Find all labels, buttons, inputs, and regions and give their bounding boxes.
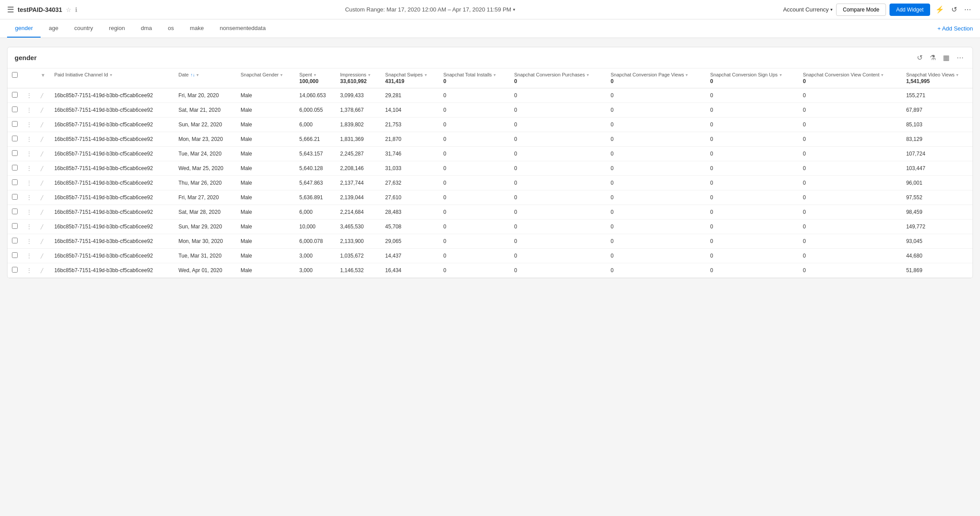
tab-nonsementeddata[interactable]: nonsementeddata (212, 19, 274, 38)
tab-region[interactable]: region (101, 19, 133, 38)
cell-total_installs: 0 (439, 118, 509, 132)
row-checkbox[interactable] (8, 103, 22, 118)
row-dots-menu[interactable]: ⋮ (22, 234, 36, 249)
row-checkbox[interactable] (8, 161, 22, 176)
row-dots-menu[interactable]: ⋮ (22, 132, 36, 147)
date-range-selector[interactable]: Custom Range: Mar 17, 2020 12:00 AM – Ap… (345, 6, 516, 13)
row-dots-menu[interactable]: ⋮ (22, 103, 36, 118)
cell-conv_view_content: 0 (799, 147, 902, 161)
col-filter-channel_id[interactable]: ▾ (110, 72, 112, 77)
row-dots-menu[interactable]: ⋮ (22, 118, 36, 132)
add-section-button[interactable]: + Add Section (937, 20, 973, 37)
cell-conv_sign_ups: 0 (706, 103, 799, 118)
row-icon: ╱ (36, 176, 50, 190)
tab-age[interactable]: age (41, 19, 66, 38)
col-filter-conv_page_views[interactable]: ▾ (686, 72, 688, 77)
cell-conv_page_views: 0 (606, 205, 705, 220)
row-checkbox[interactable] (8, 190, 22, 205)
widget-more-icon[interactable]: ⋯ (955, 53, 965, 63)
chevron-down-icon: ▾ (830, 7, 833, 12)
col-filter-conv_view_content[interactable]: ▾ (881, 72, 883, 77)
row-checkbox[interactable] (8, 132, 22, 147)
col-filter-spent[interactable]: ▾ (314, 72, 316, 77)
cell-video_views: 97,552 (902, 190, 972, 205)
row-checkbox[interactable] (8, 176, 22, 190)
cell-gender: Male (236, 263, 295, 278)
cell-impressions: 3,465,530 (336, 220, 381, 234)
star-icon[interactable]: ☆ (66, 6, 72, 13)
row-dots-menu[interactable]: ⋮ (22, 88, 36, 103)
cell-video_views: 103,447 (902, 161, 972, 176)
cell-spent: 5,666.21 (295, 132, 335, 147)
account-currency-selector[interactable]: Account Currency ▾ (783, 6, 833, 13)
cell-channel_id: 16bc85b7-7151-419d-b3bb-cf5cab6cee92 (50, 161, 174, 176)
row-checkbox[interactable] (8, 249, 22, 263)
table-row: ⋮╱16bc85b7-7151-419d-b3bb-cf5cab6cee92Sa… (8, 205, 972, 220)
sort-icon[interactable]: ↑↓ (190, 72, 195, 77)
widget-filter-icon[interactable]: ⚗ (928, 53, 938, 63)
cell-conv_page_views: 0 (606, 176, 705, 190)
col-filter-total_installs[interactable]: ▾ (494, 72, 496, 77)
cell-swipes: 14,104 (381, 103, 439, 118)
cell-channel_id: 16bc85b7-7151-419d-b3bb-cf5cab6cee92 (50, 147, 174, 161)
row-checkbox[interactable] (8, 118, 22, 132)
info-icon[interactable]: ℹ (75, 6, 77, 13)
cell-date: Mon, Mar 30, 2020 (174, 234, 236, 249)
row-dots-menu[interactable]: ⋮ (22, 220, 36, 234)
cell-total_installs: 0 (439, 249, 509, 263)
cell-video_views: 149,772 (902, 220, 972, 234)
cell-channel_id: 16bc85b7-7151-419d-b3bb-cf5cab6cee92 (50, 220, 174, 234)
table-row: ⋮╱16bc85b7-7151-419d-b3bb-cf5cab6cee92Su… (8, 220, 972, 234)
row-dots-menu[interactable]: ⋮ (22, 249, 36, 263)
row-dots-menu[interactable]: ⋮ (22, 147, 36, 161)
hamburger-icon[interactable]: ☰ (7, 5, 14, 15)
row-dots-menu[interactable]: ⋮ (22, 263, 36, 278)
row-dots-menu[interactable]: ⋮ (22, 190, 36, 205)
col-filter-date[interactable]: ▾ (196, 72, 199, 77)
row-checkbox[interactable] (8, 220, 22, 234)
select-all-checkbox[interactable] (12, 72, 18, 78)
row-dots-menu[interactable]: ⋮ (22, 176, 36, 190)
refresh-icon[interactable]: ↺ (950, 4, 959, 15)
widget-chart-icon[interactable]: ▦ (941, 53, 951, 63)
cell-conv_purchases: 0 (510, 176, 607, 190)
col-label-gender: Snapchat Gender (241, 72, 279, 77)
more-options-icon[interactable]: ⋯ (962, 4, 973, 15)
col-filter-gender[interactable]: ▾ (280, 72, 283, 77)
tabs-bar: genderagecountryregiondmaosmakenonsement… (0, 19, 980, 38)
add-widget-button[interactable]: Add Widget (890, 4, 930, 16)
cell-spent: 6,000 (295, 205, 335, 220)
col-filter-conv_sign_ups[interactable]: ▾ (780, 72, 782, 77)
filter-icon[interactable]: ⚡ (934, 4, 946, 15)
tab-os[interactable]: os (160, 19, 182, 38)
row-checkbox[interactable] (8, 263, 22, 278)
row-checkbox[interactable] (8, 88, 22, 103)
row-dots-menu[interactable]: ⋮ (22, 205, 36, 220)
tab-make[interactable]: make (182, 19, 212, 38)
row-checkbox[interactable] (8, 205, 22, 220)
row-checkbox[interactable] (8, 234, 22, 249)
tab-country[interactable]: country (66, 19, 101, 38)
cell-date: Fri, Mar 27, 2020 (174, 190, 236, 205)
cell-conv_purchases: 0 (510, 220, 607, 234)
cell-conv_view_content: 0 (799, 220, 902, 234)
row-dots-menu[interactable]: ⋮ (22, 161, 36, 176)
cell-conv_purchases: 0 (510, 234, 607, 249)
cell-swipes: 29,281 (381, 88, 439, 103)
row-checkbox[interactable] (8, 147, 22, 161)
filter-col-icon[interactable]: ▼ (41, 72, 45, 78)
cell-conv_sign_ups: 0 (706, 263, 799, 278)
widget-refresh-icon[interactable]: ↺ (915, 53, 924, 63)
col-filter-video_views[interactable]: ▾ (956, 72, 958, 77)
cell-total_installs: 0 (439, 176, 509, 190)
row-icon: ╱ (36, 205, 50, 220)
col-filter-swipes[interactable]: ▾ (425, 72, 427, 77)
compare-mode-button[interactable]: Compare Mode (836, 4, 886, 16)
col-filter-impressions[interactable]: ▾ (368, 72, 370, 77)
tab-dma[interactable]: dma (133, 19, 160, 38)
col-filter-conv_purchases[interactable]: ▾ (587, 72, 589, 77)
cell-conv_purchases: 0 (510, 118, 607, 132)
cell-conv_view_content: 0 (799, 205, 902, 220)
row-icon: ╱ (36, 234, 50, 249)
tab-gender[interactable]: gender (7, 19, 41, 38)
